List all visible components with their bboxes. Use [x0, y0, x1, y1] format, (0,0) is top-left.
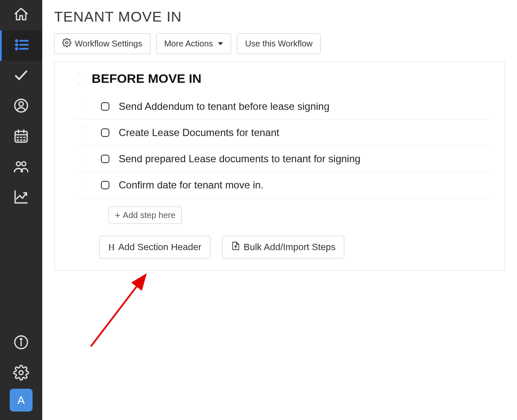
workflow-card: BEFORE MOVE IN Send Addendum to tenant b… — [54, 62, 505, 271]
action-bar: Workflow Settings More Actions Use this … — [54, 33, 505, 54]
drag-handle-icon[interactable] — [79, 100, 87, 113]
calendar-icon — [13, 128, 29, 146]
step-checkbox[interactable] — [101, 181, 109, 189]
svg-point-4 — [16, 48, 17, 50]
svg-point-18 — [16, 162, 20, 166]
page-title: TENANT MOVE IN — [54, 8, 505, 25]
avatar[interactable]: A — [10, 389, 33, 412]
svg-point-23 — [19, 371, 23, 375]
svg-point-22 — [20, 338, 22, 340]
user-icon — [13, 98, 29, 115]
bulk-import-button[interactable]: Bulk Add/Import Steps — [222, 236, 345, 259]
step-row[interactable]: Confirm date for tenant move in. — [76, 172, 491, 198]
home-icon — [13, 6, 29, 24]
nav-check[interactable] — [0, 61, 42, 91]
nav-user[interactable] — [0, 91, 42, 122]
step-label: Confirm date for tenant move in. — [119, 179, 264, 191]
footer-buttons: H Add Section Header Bulk Add/Import Ste… — [76, 236, 491, 259]
nav-info[interactable] — [0, 328, 42, 358]
svg-point-0 — [16, 40, 17, 42]
nav-chart[interactable] — [0, 183, 42, 213]
drag-handle-icon[interactable] — [76, 72, 84, 85]
drag-handle-icon[interactable] — [79, 152, 87, 166]
drag-handle-icon[interactable] — [79, 126, 87, 139]
annotation-arrow — [84, 262, 156, 351]
chart-icon — [13, 189, 29, 207]
more-actions-label: More Actions — [164, 39, 213, 49]
nav-list[interactable] — [0, 30, 42, 61]
workflow-settings-button[interactable]: Workflow Settings — [54, 33, 150, 54]
main-content: TENANT MOVE IN Workflow Settings More Ac… — [42, 0, 517, 420]
step-row[interactable]: Send Addendum to tenant before lease sig… — [76, 93, 491, 120]
nav-group[interactable] — [0, 152, 42, 183]
use-workflow-button[interactable]: Use this Workflow — [237, 33, 321, 54]
nav-calendar[interactable] — [0, 122, 42, 152]
svg-point-19 — [22, 162, 26, 166]
add-step-button[interactable]: + Add step here — [109, 207, 182, 224]
svg-point-7 — [19, 102, 23, 106]
section-title: BEFORE MOVE IN — [92, 71, 201, 86]
heading-icon: H — [108, 242, 115, 253]
use-workflow-label: Use this Workflow — [245, 39, 313, 49]
avatar-letter: A — [17, 394, 24, 407]
list-icon — [14, 37, 30, 55]
import-icon — [231, 241, 240, 253]
svg-point-2 — [16, 44, 17, 46]
step-checkbox[interactable] — [101, 102, 109, 111]
add-step-row: + Add step here — [76, 198, 491, 236]
svg-point-24 — [65, 41, 68, 44]
add-section-header-label: Add Section Header — [118, 242, 201, 253]
section-header-row: BEFORE MOVE IN — [76, 71, 491, 86]
svg-line-27 — [91, 275, 146, 346]
plus-icon: + — [115, 211, 120, 220]
nav-home[interactable] — [0, 0, 42, 30]
step-label: Send Addendum to tenant before lease sig… — [119, 101, 329, 112]
step-checkbox[interactable] — [101, 128, 109, 137]
gear-icon — [62, 38, 71, 49]
bulk-import-label: Bulk Add/Import Steps — [244, 242, 336, 253]
nav-settings[interactable] — [0, 358, 42, 389]
check-icon — [13, 67, 29, 85]
caret-down-icon — [218, 42, 223, 45]
add-step-label: Add step here — [123, 210, 176, 220]
step-row[interactable]: Create Lease Documents for tenant — [76, 120, 491, 146]
step-checkbox[interactable] — [101, 155, 109, 163]
step-label: Send prepared Lease documents to tenant … — [119, 153, 360, 165]
add-section-header-button[interactable]: H Add Section Header — [99, 236, 210, 259]
workflow-settings-label: Workflow Settings — [75, 39, 142, 49]
drag-handle-icon[interactable] — [79, 178, 87, 192]
more-actions-button[interactable]: More Actions — [156, 33, 231, 54]
info-icon — [13, 334, 29, 352]
step-label: Create Lease Documents for tenant — [119, 127, 279, 139]
step-row[interactable]: Send prepared Lease documents to tenant … — [76, 146, 491, 172]
group-icon — [13, 158, 29, 176]
sidebar: A — [0, 0, 42, 420]
settings-icon — [13, 365, 29, 382]
